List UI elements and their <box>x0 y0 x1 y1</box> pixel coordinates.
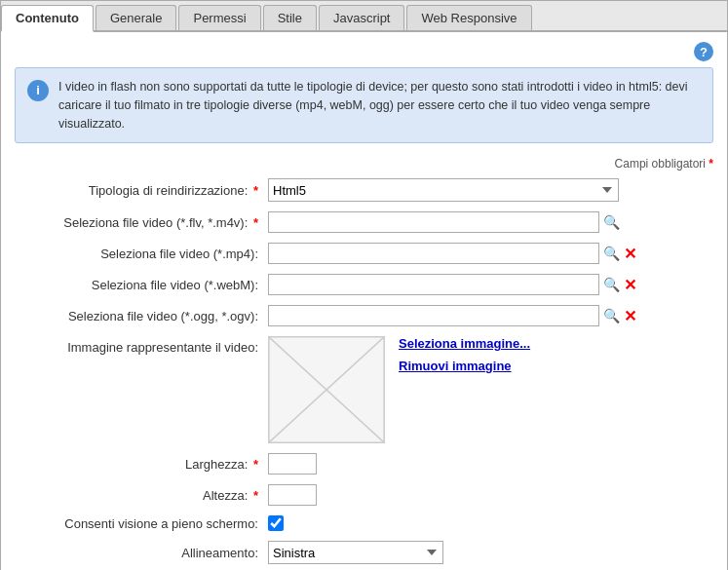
info-text: I video in flash non sono supportati da … <box>58 78 701 133</box>
video-flv-required: * <box>253 215 258 230</box>
tipologia-select[interactable]: Html5 Flash Auto <box>268 178 619 202</box>
immagine-label-text: Immagine rappresentante il video: <box>67 340 258 355</box>
video-webm-label-text: Seleziona file video (*.webM): <box>92 278 258 292</box>
video-mp4-row: Seleziona file video (*.mp4): 🔍 ✕ <box>15 243 713 264</box>
allineamento-row: Allineamento: Sinistra Centro Destra <box>15 541 713 564</box>
consenti-label-text: Consenti visione a pieno schermo: <box>64 516 258 531</box>
video-mp4-input[interactable] <box>268 243 599 264</box>
video-flv-row: Seleziona file video (*.flv, *.m4v): * 🔍 <box>15 211 713 233</box>
required-note-text: Campi obbligatori <box>615 157 706 171</box>
tipologia-label: Tipologia di reindirizzazione: * <box>15 183 268 198</box>
seleziona-immagine-link[interactable]: Seleziona immagine... <box>399 336 530 351</box>
altezza-row: Altezza: * <box>15 484 713 506</box>
video-webm-clear-icon[interactable]: ✕ <box>624 276 636 294</box>
video-flv-group: 🔍 <box>268 211 620 233</box>
video-webm-search-icon[interactable]: 🔍 <box>603 277 620 292</box>
video-webm-label: Seleziona file video (*.webM): <box>15 278 268 292</box>
required-note: Campi obbligatori * <box>15 157 713 171</box>
video-ogg-label: Seleziona file video (*.ogg, *.ogv): <box>15 309 268 323</box>
video-flv-search-icon[interactable]: 🔍 <box>603 214 620 230</box>
rimuovi-immagine-link[interactable]: Rimuovi immagine <box>399 359 530 373</box>
immagine-label: Immagine rappresentante il video: <box>15 336 268 355</box>
consenti-checkbox[interactable] <box>268 515 284 531</box>
allineamento-select[interactable]: Sinistra Centro Destra <box>268 541 443 564</box>
larghezza-required: * <box>253 457 258 472</box>
consenti-label: Consenti visione a pieno schermo: <box>15 516 268 531</box>
larghezza-input[interactable] <box>268 453 317 475</box>
image-links: Seleziona immagine... Rimuovi immagine <box>399 336 530 373</box>
tab-stile[interactable]: Stile <box>263 5 317 30</box>
required-asterisk: * <box>709 157 713 171</box>
tipologia-row: Tipologia di reindirizzazione: * Html5 F… <box>15 178 713 202</box>
video-mp4-label: Seleziona file video (*.mp4): <box>15 247 268 261</box>
content-area: ? i I video in flash non sono supportati… <box>1 32 727 570</box>
help-row: ? <box>15 42 713 61</box>
video-ogg-search-icon[interactable]: 🔍 <box>603 308 620 323</box>
tab-contenuto[interactable]: Contenuto <box>1 5 94 32</box>
video-ogg-clear-icon[interactable]: ✕ <box>624 307 636 325</box>
video-flv-label-text: Seleziona file video (*.flv, *.m4v): <box>63 215 248 230</box>
allineamento-label-text: Allineamento: <box>181 546 258 560</box>
tipologia-label-text: Tipologia di reindirizzazione: <box>89 183 249 198</box>
altezza-required: * <box>253 488 258 503</box>
altezza-label: Altezza: * <box>15 488 268 503</box>
video-mp4-label-text: Seleziona file video (*.mp4): <box>100 247 258 261</box>
video-mp4-group: 🔍 ✕ <box>268 243 636 264</box>
tab-javascript[interactable]: Javascript <box>319 5 405 30</box>
larghezza-row: Larghezza: * <box>15 453 713 475</box>
tab-generale[interactable]: Generale <box>96 5 176 30</box>
video-ogg-group: 🔍 ✕ <box>268 305 636 326</box>
allineamento-label: Allineamento: <box>15 546 268 560</box>
consenti-row: Consenti visione a pieno schermo: <box>15 515 713 531</box>
video-webm-row: Seleziona file video (*.webM): 🔍 ✕ <box>15 274 713 295</box>
info-box: i I video in flash non sono supportati d… <box>15 67 713 143</box>
tab-web-responsive[interactable]: Web Responsive <box>406 5 531 30</box>
info-icon: i <box>27 80 49 101</box>
immagine-row: Immagine rappresentante il video: Selezi… <box>15 336 713 443</box>
altezza-label-text: Altezza: <box>203 488 248 503</box>
image-placeholder <box>268 336 385 443</box>
video-ogg-input[interactable] <box>268 305 599 326</box>
main-window: Contenuto Generale Permessi Stile Javasc… <box>0 0 728 570</box>
tipologia-required: * <box>253 183 258 198</box>
help-icon[interactable]: ? <box>694 42 713 61</box>
video-flv-input[interactable] <box>268 211 599 233</box>
video-webm-group: 🔍 ✕ <box>268 274 636 295</box>
video-ogg-label-text: Seleziona file video (*.ogg, *.ogv): <box>68 309 258 323</box>
video-mp4-search-icon[interactable]: 🔍 <box>603 246 620 261</box>
immagine-group: Seleziona immagine... Rimuovi immagine <box>268 336 530 443</box>
tab-permessi[interactable]: Permessi <box>178 5 260 30</box>
larghezza-label-text: Larghezza: <box>185 457 248 472</box>
altezza-input[interactable] <box>268 484 317 506</box>
video-mp4-clear-icon[interactable]: ✕ <box>624 245 636 263</box>
video-webm-input[interactable] <box>268 274 599 295</box>
video-ogg-row: Seleziona file video (*.ogg, *.ogv): 🔍 ✕ <box>15 305 713 326</box>
larghezza-label: Larghezza: * <box>15 457 268 472</box>
video-flv-label: Seleziona file video (*.flv, *.m4v): * <box>15 215 268 230</box>
tab-bar: Contenuto Generale Permessi Stile Javasc… <box>1 1 727 32</box>
